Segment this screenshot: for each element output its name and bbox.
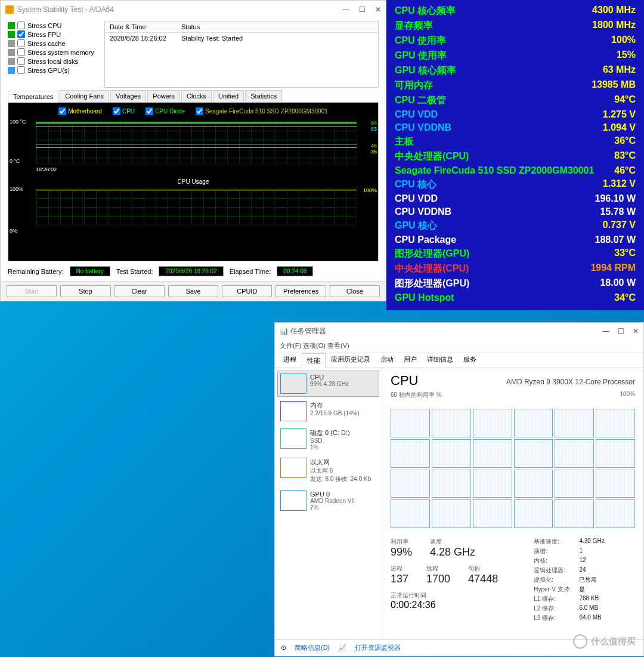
tm-tab-0[interactable]: 进程 xyxy=(278,353,301,368)
tm-tabs: 进程性能应用历史记录启动用户详细信息服务 xyxy=(275,353,643,368)
side-item-4[interactable]: GPU 0AMD Radeon VII7% xyxy=(277,488,379,514)
tm-tab-3[interactable]: 启动 xyxy=(376,353,398,368)
save-button[interactable]: Save xyxy=(168,285,218,297)
core-cell xyxy=(391,439,430,468)
close-button[interactable]: Close xyxy=(330,285,380,297)
tm-tab-2[interactable]: 应用历史记录 xyxy=(326,353,375,368)
usage-chart: 100% 0% 100% xyxy=(18,186,369,234)
stress-check-2[interactable]: Stress cache xyxy=(8,39,97,48)
tm-tab-4[interactable]: 用户 xyxy=(399,353,422,368)
tab-unified[interactable]: Unified xyxy=(213,90,244,102)
min-icon[interactable]: — xyxy=(342,5,349,14)
sensor-row: GPU 核心0.737 V xyxy=(395,218,636,233)
side-item-0[interactable]: CPU99% 4.28 GHz xyxy=(277,371,379,397)
status-row: Remaining Battery: No battery Test Start… xyxy=(1,261,386,281)
tab-powers[interactable]: Powers xyxy=(147,90,180,102)
tm-tab-6[interactable]: 服务 xyxy=(459,353,481,368)
core-cell xyxy=(473,470,512,498)
legend-mb: Motherboard xyxy=(68,108,102,115)
stress-check-1[interactable]: Stress FPU xyxy=(8,30,97,39)
legend-mb-check[interactable] xyxy=(58,107,66,115)
legend-diode: CPU Diode xyxy=(155,108,185,115)
cpu-name: AMD Ryzen 9 3900X 12-Core Processor xyxy=(506,378,635,386)
tab-voltages[interactable]: Voltages xyxy=(110,90,146,102)
stress-check-5[interactable]: Stress GPU(s) xyxy=(8,66,97,75)
stats-primary: 利用率99%速度4.28 GHz xyxy=(391,538,498,559)
sensor-row: GPU 使用率15% xyxy=(395,48,636,63)
tm-tab-5[interactable]: 详细信息 xyxy=(422,353,458,368)
tm-icon: 📊 xyxy=(280,327,289,335)
cell-datetime: 2020/8/28 18:26:02 xyxy=(105,33,177,44)
sensor-row: GPU 核心频率63 MHz xyxy=(395,63,636,78)
core-cell xyxy=(555,409,594,437)
legend-ssd: Seagate FireCuda 510 SSD ZP2000GM30001 xyxy=(205,108,328,115)
core-cell xyxy=(473,499,512,528)
collapse-icon[interactable]: ⊙ xyxy=(281,644,286,652)
core-cell xyxy=(514,409,553,437)
core-cell xyxy=(596,439,635,468)
legend-diode-check[interactable] xyxy=(145,107,153,115)
legend-ssd-check[interactable] xyxy=(196,107,203,115)
sensor-overlay: CPU 核心频率4300 MHz显存频率1800 MHzCPU 使用率100%G… xyxy=(386,0,644,310)
battery-value: No battery xyxy=(70,266,110,276)
close-icon[interactable]: ✕ xyxy=(375,5,381,14)
chart-label: 60 秒内的利用率 % xyxy=(391,391,442,399)
core-grid xyxy=(391,409,635,528)
tm-titlebar[interactable]: 📊 任务管理器 —☐✕ xyxy=(275,323,643,340)
graph-panel: Motherboard CPU CPU Diode Seagate FireCu… xyxy=(8,102,379,261)
temp-chart: 100 °C 0 °C 18:26:02 94 83 46 36 xyxy=(18,119,369,172)
sensor-row: CPU 核心1.312 V xyxy=(395,177,636,192)
sensor-row: Seagate FireCuda 510 SSD ZP2000GM3000146… xyxy=(395,164,636,177)
button-row: Start Stop Clear Save CPUID Preferences … xyxy=(1,281,386,301)
tab-clocks[interactable]: Clocks xyxy=(181,90,212,102)
stress-check-0[interactable]: Stress CPU xyxy=(8,21,97,30)
legend-cpu-check[interactable] xyxy=(113,107,120,115)
started-value: 2020/8/28 18:26:02 xyxy=(159,266,223,276)
tm-main: CPU AMD Ryzen 9 3900X 12-Core Processor … xyxy=(382,368,643,639)
resource-monitor-link[interactable]: 打开资源监视器 xyxy=(355,643,401,652)
core-cell xyxy=(596,499,635,528)
cpu-heading: CPU xyxy=(391,373,418,388)
sensor-row: CPU Package188.07 W xyxy=(395,233,636,246)
aida64-window: System Stability Test - AIDA64 — ☐ ✕ Str… xyxy=(0,0,386,301)
tm-close-icon[interactable]: ✕ xyxy=(633,327,639,335)
watermark: 什么值得买 xyxy=(573,634,636,649)
tab-statistics[interactable]: Statistics xyxy=(245,90,282,102)
elapsed-label: Elapsed Time: xyxy=(230,268,271,275)
tm-min-icon[interactable]: — xyxy=(602,327,609,335)
side-item-2[interactable]: 磁盘 0 (C: D:)SSD1% xyxy=(277,425,379,454)
tab-temperatures[interactable]: Temperatures xyxy=(8,91,58,103)
uptime-value: 0:00:24:36 xyxy=(391,600,498,610)
clear-button[interactable]: Clear xyxy=(114,285,165,297)
chart-max: 100% xyxy=(620,391,635,399)
tm-menu[interactable]: 文件(F) 选项(O) 查看(V) xyxy=(275,340,643,353)
graph-legend: Motherboard CPU CPU Diode Seagate FireCu… xyxy=(18,106,369,116)
tm-title-text: 任务管理器 xyxy=(290,326,326,337)
side-item-1[interactable]: 内存2.2/15.9 GB (14%) xyxy=(277,398,379,424)
prefs-button[interactable]: Preferences xyxy=(275,285,326,297)
side-item-3[interactable]: 以太网以太网 6发送: 8.0 接收: 24.0 Kb xyxy=(277,455,379,486)
watermark-logo-icon xyxy=(573,634,587,649)
max-icon[interactable]: ☐ xyxy=(359,5,366,14)
stress-check-4[interactable]: Stress local disks xyxy=(8,57,97,66)
core-cell xyxy=(391,470,430,498)
aida-tabs: TemperaturesCooling FansVoltagesPowersCl… xyxy=(1,90,386,102)
started-label: Test Started: xyxy=(116,268,153,275)
aida-titlebar[interactable]: System Stability Test - AIDA64 — ☐ ✕ xyxy=(1,1,386,18)
col-datetime: Date & Time xyxy=(105,21,177,32)
brief-link[interactable]: 简略信息(D) xyxy=(295,643,330,652)
sensor-row: CPU VDDNB15.78 W xyxy=(395,205,636,218)
tm-tab-1[interactable]: 性能 xyxy=(302,353,326,368)
cell-status: Stability Test: Started xyxy=(177,33,247,44)
start-button[interactable]: Start xyxy=(7,285,57,297)
core-cell xyxy=(555,499,594,528)
stress-check-3[interactable]: Stress system memory xyxy=(8,48,97,57)
tm-max-icon[interactable]: ☐ xyxy=(618,327,624,335)
stop-button[interactable]: Stop xyxy=(60,285,110,297)
task-manager-window: 📊 任务管理器 —☐✕ 文件(F) 选项(O) 查看(V) 进程性能应用历史记录… xyxy=(274,322,644,656)
core-cell xyxy=(391,409,430,437)
core-cell xyxy=(432,409,471,437)
cpuid-button[interactable]: CPUID xyxy=(222,285,272,297)
log-table: Date & TimeStatus 2020/8/28 18:26:02Stab… xyxy=(104,21,379,88)
tab-cooling fans[interactable]: Cooling Fans xyxy=(60,90,109,102)
